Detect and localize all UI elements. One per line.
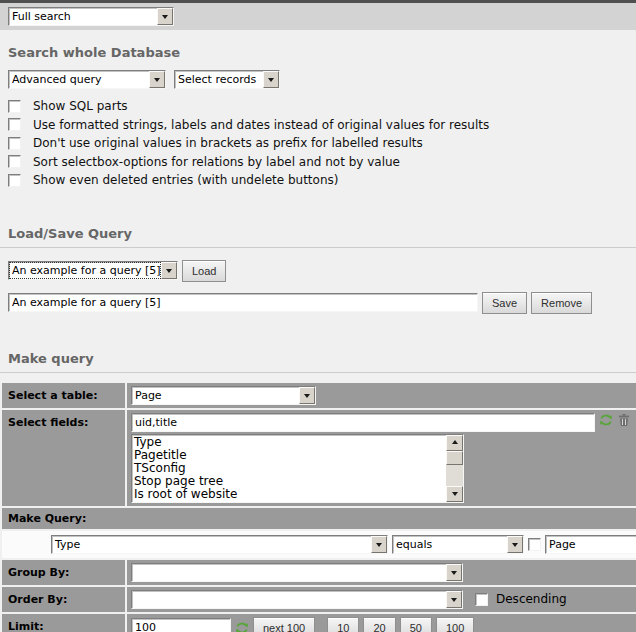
remove-button[interactable]: Remove [531,292,592,314]
condition-negate-checkbox[interactable] [528,538,541,551]
listbox-option[interactable]: Pagetitle [134,449,444,462]
table-row: Type equals Page [2,531,636,558]
condition-value-input[interactable]: Page [545,535,636,554]
table-select[interactable]: Page [131,386,316,405]
trash-icon[interactable] [617,413,631,427]
show-sql-parts-checkbox[interactable] [8,100,21,113]
load-button[interactable]: Load [182,260,226,282]
condition-operator-value: equals [393,536,507,553]
order-by-select-value [132,591,446,608]
limit-20-button[interactable]: 20 [363,617,395,632]
sort-selectbox-options-checkbox[interactable] [8,155,21,168]
next-100-button[interactable]: next 100 [253,617,315,632]
table-row: Group By: [2,560,636,585]
records-select-value: Select records [175,71,263,88]
checkbox-label: Use formatted strings, labels and dates … [33,118,489,132]
chevron-down-icon [157,8,173,25]
chevron-down-icon [299,387,315,404]
divider [0,247,636,248]
page-title: Search whole Database [8,45,636,60]
chevron-down-icon [263,71,279,88]
chevron-down-icon [149,71,165,88]
stored-query-select-value: An example for a query [5] [9,262,161,279]
fields-listbox[interactable]: Type Pagetitle TSconfig Stop page tree I… [131,434,464,503]
divider [0,372,636,373]
limit-label: Limit: [2,614,125,632]
option-row: Don't use original values in brackets as… [8,134,628,153]
listbox-scrollbar[interactable] [446,435,463,502]
option-row: Show SQL parts [8,97,628,116]
limit-input[interactable]: 100 [131,618,231,632]
select-fields-label: Select fields: [2,410,125,506]
condition-operator-select[interactable]: equals [392,535,524,554]
group-by-select-value [132,564,446,581]
load-save-heading: Load/Save Query [8,226,636,241]
table-row: Make Query: [2,508,636,529]
condition-field-value: Type [52,536,371,553]
listbox-option[interactable]: Is root of website [134,488,444,501]
limit-100-button[interactable]: 100 [436,617,474,632]
table-row: Select a table: Page [2,383,636,408]
listbox-option[interactable]: Type [134,436,444,449]
query-builder-table: Select a table: Page Select fields: uid,… [0,381,636,632]
refresh-icon[interactable] [599,413,613,427]
group-by-select[interactable] [131,563,463,582]
use-formatted-strings-checkbox[interactable] [8,118,21,131]
limit-50-button[interactable]: 50 [400,617,432,632]
no-original-values-checkbox[interactable] [8,137,21,150]
scroll-up-icon[interactable] [446,435,463,451]
chevron-down-icon [371,536,387,553]
chevron-down-icon [507,536,523,553]
select-table-label: Select a table: [2,383,125,408]
module-select[interactable]: Full search [8,7,174,26]
order-by-label: Order By: [2,587,125,612]
module-select-band: Full search [0,3,636,30]
descending-checkbox[interactable] [475,593,488,606]
table-row: Limit: 100 next 100 [2,614,636,632]
descending-label: Descending [496,592,567,606]
make-query-section-label: Make Query: [2,508,636,529]
query-name-input[interactable]: An example for a query [5] [8,293,478,312]
query-type-select-value: Advanced query [9,71,149,88]
save-button[interactable]: Save [482,292,527,314]
table-row: Select fields: uid,title [2,410,636,506]
table-row: Order By: Descending [2,587,636,612]
refresh-icon[interactable] [235,621,249,632]
option-row: Use formatted strings, labels and dates … [8,116,628,135]
checkbox-label: Sort selectbox-options for relations by … [33,155,400,169]
condition-field-select[interactable]: Type [51,535,388,554]
table-select-value: Page [132,387,299,404]
show-deleted-entries-checkbox[interactable] [8,174,21,187]
chevron-down-icon [446,591,462,608]
group-by-label: Group By: [2,560,125,585]
fields-input[interactable]: uid,title [131,413,595,432]
records-select[interactable]: Select records [174,70,280,89]
module-select-value: Full search [9,8,157,25]
scrollbar-thumb[interactable] [446,451,463,465]
order-by-select[interactable] [131,590,463,609]
scrollbar-track[interactable] [446,465,463,486]
checkbox-label: Show SQL parts [33,99,128,113]
checkbox-label: Don't use original values in brackets as… [33,136,423,150]
option-row: Sort selectbox-options for relations by … [8,153,628,172]
query-type-select[interactable]: Advanced query [8,70,166,89]
option-row: Show even deleted entries (with undelete… [8,171,628,190]
make-query-heading: Make query [8,351,636,366]
chevron-down-icon [446,564,462,581]
checkbox-label: Show even deleted entries (with undelete… [33,173,338,187]
chevron-down-icon [161,262,177,279]
stored-query-select[interactable]: An example for a query [5] [8,261,178,280]
scroll-down-icon[interactable] [446,486,463,502]
limit-10-button[interactable]: 10 [327,617,359,632]
